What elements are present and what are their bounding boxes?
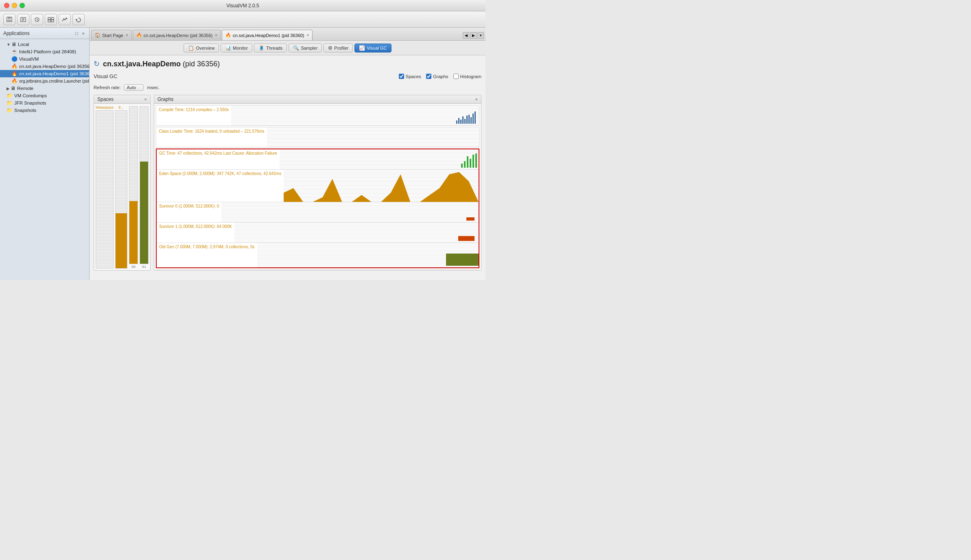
toolbar-btn-6[interactable] [72,14,85,25]
sidebar-close-btn[interactable]: × [81,31,86,36]
sidebar-item-jfrsnapshots[interactable]: 📁 JFR Snapshots [0,99,89,107]
graphs-checkbox[interactable] [426,74,431,79]
graph-info-compile: Compile Time: 1216 compiles – 2.550s [156,106,231,125]
visualvm-icon: 🔵 [11,56,17,62]
svg-rect-11 [51,18,54,20]
graph-survivor1: Survivor 1 (1.000M, 512.000K): 64.000K [157,223,479,243]
s0-bar [129,106,138,264]
page-header: ↻ cn.sxt.java.HeapDemo (pid 36356) [94,59,481,68]
refresh-rate-select[interactable]: Auto 100 200 500 1000 [124,84,144,91]
maximize-button[interactable] [20,3,25,8]
sidebar-item-heapdemo1[interactable]: 🔥 cn.sxt.java.HeapDemo1 (pid 36360) [0,70,89,77]
sidebar-header: Applications □ × [0,28,89,39]
graph-info-gc: GC Time: 47 collections, 42.642ms Last C… [157,149,280,169]
tab-threads[interactable]: 🧵 Threads [254,44,287,52]
tree-toggle-remote: ▶ [7,86,10,91]
space-col-eden: E... [115,105,127,269]
threads-icon: 🧵 [258,45,265,51]
tab-heapdemo-label: cn.sxt.java.HeapDemo (pid 36356) [144,33,212,38]
tab-heapdemo1[interactable]: 🔥 cn.sxt.java.HeapDemo1 (pid 36360) × [222,30,313,40]
space-col-metaspace: Metaspace [96,105,114,269]
page-title: cn.sxt.java.HeapDemo (pid 36356) [103,60,220,68]
sidebar-item-local[interactable]: ▼ 🖥 Local [0,41,89,48]
tab-sampler[interactable]: 🔍 Sampler [289,44,322,52]
histogram-checkbox[interactable] [453,74,459,79]
tab-start-page[interactable]: 🏠 Start Page × [91,30,132,40]
spaces-panel-close[interactable]: × [144,97,147,102]
main-tab-bar: 🏠 Start Page × 🔥 cn.sxt.java.HeapDemo (p… [90,28,486,41]
graph-info-oldgen: Old Gen (7.000M, 7.000M): 2.974M, 0 coll… [157,243,257,267]
graphs-content: Compile Time: 1216 compiles – 2.550s [154,104,481,270]
tab-heapdemo-close[interactable]: × [215,33,217,37]
tab-visualgc[interactable]: 📈 Visual GC [354,44,391,52]
svg-rect-13 [51,20,54,22]
graph-chart-metaspace [230,270,479,270]
graph-chart-gc [280,149,479,169]
tab-heapdemo1-close[interactable]: × [307,33,309,37]
refresh-rate-bar: Refresh rate: Auto 100 200 500 1000 msec… [94,84,481,91]
tab-monitor[interactable]: 📊 Monitor [221,44,252,52]
histogram-checkbox-label[interactable]: Histogram [453,74,481,79]
tab-overview[interactable]: 📋 Overview [184,44,219,52]
tab-heapdemo-icon: 🔥 [136,33,142,38]
tab-nav-right[interactable]: ▶ [470,32,477,39]
sidebar-item-label-local: Local [18,42,29,47]
svg-marker-14 [284,172,479,202]
graph-info-classloader: Class Loader Time: 1624 loaded, 0 unload… [156,127,267,147]
sidebar-item-visualvm[interactable]: 🔵 VisualVM [0,55,89,63]
tab-visualgc-label: Visual GC [367,46,387,50]
graphs-label: Graphs [433,74,448,79]
visual-gc-label: Visual GC [94,73,117,79]
tab-profiler[interactable]: ⚙ Profiler [324,44,353,52]
eden-label: E... [118,105,124,109]
tab-nav-left[interactable]: ◀ [463,32,469,39]
histogram-label: Histogram [460,74,481,79]
gc-chart-bars [461,153,477,168]
sidebar-item-remote[interactable]: ▶ 🖥 Remote [0,85,89,92]
spaces-checkbox[interactable] [399,74,404,79]
eden-title: Eden Space (2.000M, 2.000M): 347.742K, 4… [159,171,281,176]
graphs-panel-close[interactable]: × [475,97,478,102]
graph-chart-compile [231,106,479,125]
sidebar-item-heapdemo[interactable]: 🔥 cn.sxt.java.HeapDemo (pid 36356) [0,63,89,70]
visual-gc-bar: Visual GC Spaces Graphs Histogram [94,72,481,81]
refresh-unit-label: msec. [147,85,160,90]
surv1-bar [458,236,475,241]
sidebar-item-vmcoredumps[interactable]: 📁 VM Coredumps [0,92,89,99]
graphs-panel-header: Graphs × [154,95,481,104]
graph-chart-oldgen [257,243,479,267]
spaces-panel-header: Spaces × [94,95,150,104]
tab-nav-down[interactable]: ▾ [477,32,484,39]
toolbar-btn-3[interactable] [31,14,43,25]
spaces-checkbox-label[interactable]: Spaces [399,74,421,79]
sidebar-maximize-btn[interactable]: □ [74,31,79,36]
graph-chart-surv1 [234,223,479,243]
sidebar-item-label-jfrsnapshots: JFR Snapshots [14,101,46,105]
sidebar: Applications □ × ▼ 🖥 Local ☕ IntelliJ Pl… [0,28,90,280]
sidebar-item-snapshots[interactable]: 📁 Snapshots [0,107,89,114]
graphs-checkbox-label[interactable]: Graphs [426,74,448,79]
tab-heapdemo[interactable]: 🔥 cn.sxt.java.HeapDemo (pid 36356) × [133,30,221,40]
refresh-icon: ↻ [94,59,100,68]
window-title: VisualVM 2.0.5 [226,3,259,9]
toolbar-btn-4[interactable] [45,14,57,25]
class-loader-title: Class Loader Time: 1624 loaded, 0 unload… [159,129,265,133]
sidebar-item-launcher[interactable]: 🔥 org.jetbrains.jps.cmdline.Launcher (pi… [0,77,89,85]
toolbar-btn-save[interactable] [3,14,15,25]
sidebar-item-intellij[interactable]: ☕ IntelliJ Platform (pid 28408) [0,48,89,55]
minimize-button[interactable] [12,3,17,8]
close-button[interactable] [4,3,9,8]
toolbar-btn-2[interactable] [17,14,29,25]
graphs-panel: Graphs × Compile Time: 1216 compiles – 2… [154,95,481,271]
toolbar-btn-5[interactable] [59,14,71,25]
remote-icon: 🖥 [11,85,15,91]
page-content: ↻ cn.sxt.java.HeapDemo (pid 36356) Visua… [90,55,486,280]
visualgc-icon: 📈 [359,45,365,51]
tab-start-close[interactable]: × [126,33,128,37]
survivor1-title: Survivor 1 (1.000M, 512.000K): 64.000K [159,224,232,229]
sidebar-item-label-snapshots: Snapshots [14,108,36,113]
sidebar-item-label-intellij: IntelliJ Platform (pid 28408) [19,49,76,54]
graph-compile-time: Compile Time: 1216 compiles – 2.550s [156,105,479,126]
metaspace-bar [96,110,114,269]
graph-chart-eden [284,170,479,202]
